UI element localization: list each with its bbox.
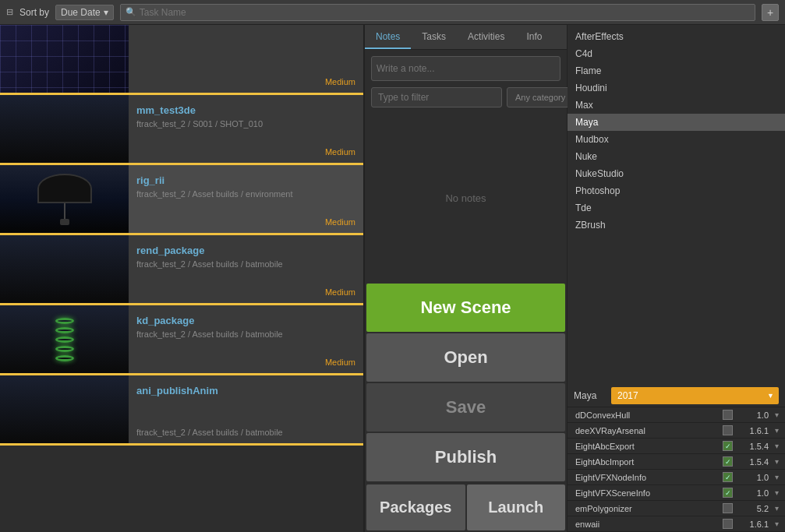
task-thumbnail [0, 25, 129, 93]
task-info: rend_package ftrack_test_2 / Asset build… [129, 235, 363, 303]
app-list: AfterEffects C4d Flame Houdini Max Maya … [568, 25, 785, 385]
thumbnail-spring [0, 305, 129, 373]
search-container: 🔍 [120, 4, 755, 21]
thumbnail-building [0, 375, 129, 443]
plugin-version-dropdown[interactable]: ▾ [775, 457, 779, 466]
app-item-aftereffects[interactable]: AfterEffects [568, 28, 785, 45]
plugin-row-ddconvexhull: dDConvexHull 1.0 ▾ [568, 407, 785, 423]
app-item-maya[interactable]: Maya [568, 114, 785, 131]
tab-info[interactable]: Info [515, 25, 553, 49]
list-item[interactable]: rend_package ftrack_test_2 / Asset build… [0, 235, 363, 305]
list-item[interactable]: mm_test3de ftrack_test_2 / S001 / SHOT_0… [0, 95, 363, 165]
plugin-name: EightVFXNodeInfo [575, 473, 718, 482]
plugin-version: 1.0 [737, 473, 769, 482]
list-item[interactable]: kd_package ftrack_test_2 / Asset builds … [0, 305, 363, 375]
plugin-version-dropdown[interactable]: ▾ [775, 426, 779, 435]
plugin-version-dropdown[interactable]: ▾ [775, 442, 779, 450]
thumbnail-car [0, 235, 129, 303]
task-thumbnail [0, 95, 129, 163]
plugin-name: emPolygonizer [575, 504, 718, 513]
packages-button[interactable]: Packages [366, 484, 465, 530]
task-info: kd_package ftrack_test_2 / Asset builds … [129, 305, 363, 373]
search-icon: 🔍 [126, 7, 136, 17]
task-name: mm_test3de [136, 104, 355, 116]
task-thumbnail [0, 165, 129, 233]
filter-input[interactable] [371, 87, 502, 107]
task-status: Medium [325, 358, 355, 367]
plugin-row-empolygonizer: emPolygonizer 5.2 ▾ [568, 501, 785, 516]
task-thumbnail [0, 375, 129, 443]
app-item-nuke[interactable]: Nuke [568, 148, 785, 165]
filter-bar: Any category [371, 87, 560, 107]
plugin-version-dropdown[interactable]: ▾ [775, 520, 779, 528]
plugin-checkbox[interactable] [723, 425, 733, 435]
plugin-checkbox[interactable]: ✓ [723, 472, 733, 482]
task-path: ftrack_test_2 / Asset builds / batmobile [136, 259, 355, 269]
task-thumbnail [0, 305, 129, 373]
task-name: rend_package [136, 245, 355, 256]
search-input[interactable] [140, 7, 750, 18]
task-status: Medium [325, 77, 355, 86]
app-item-tde[interactable]: Tde [568, 199, 785, 217]
plugin-checkbox[interactable]: ✓ [723, 456, 733, 467]
plugin-version-dropdown[interactable]: ▾ [775, 473, 779, 481]
list-item[interactable]: rig_rii ftrack_test_2 / Asset builds / e… [0, 165, 363, 235]
top-bar: ⊟ Sort by Due Date ▾ 🔍 + [0, 0, 785, 25]
plugin-version: 1.5.4 [737, 442, 769, 451]
task-status: Medium [325, 147, 355, 157]
save-button[interactable]: Save [366, 383, 565, 432]
plugin-row-eightabcimport: EightAbcImport ✓ 1.5.4 ▾ [568, 454, 785, 470]
open-button[interactable]: Open [366, 333, 565, 382]
plugin-row-eightvfxsceneinfo: EightVFXSceneInfo ✓ 1.0 ▾ [568, 485, 785, 501]
app-item-zbrush[interactable]: ZBrush [568, 217, 785, 234]
task-thumbnail [0, 235, 129, 303]
action-buttons: New Scene Open Save Publish [365, 282, 567, 483]
app-item-photoshop[interactable]: Photoshop [568, 182, 785, 199]
list-item[interactable]: ani_publishAnim ftrack_test_2 / Asset bu… [0, 375, 363, 446]
plugin-checkbox[interactable]: ✓ [723, 488, 733, 498]
note-input[interactable] [371, 56, 560, 81]
tab-notes[interactable]: Notes [365, 25, 411, 49]
task-path: ftrack_test_2 / Asset builds / batmobile [136, 329, 355, 339]
publish-button[interactable]: Publish [366, 433, 565, 481]
tab-tasks[interactable]: Tasks [411, 25, 457, 49]
add-task-button[interactable]: + [762, 4, 779, 21]
tab-activities[interactable]: Activities [457, 25, 515, 49]
plugin-version: 5.2 [737, 504, 769, 513]
plugin-name: deeXVRayArsenal [575, 426, 718, 435]
thumbnail-parachute [0, 165, 129, 233]
launch-button[interactable]: Launch [467, 484, 566, 530]
app-item-houdini[interactable]: Houdini [568, 79, 785, 97]
thumbnail-grid [0, 25, 129, 93]
app-item-mudbox[interactable]: Mudbox [568, 131, 785, 148]
plugin-checkbox[interactable] [723, 410, 733, 420]
app-item-flame[interactable]: Flame [568, 62, 785, 79]
plugin-version-dropdown[interactable]: ▾ [775, 504, 779, 513]
version-select[interactable]: 2017 2018 2019 [611, 387, 779, 404]
plugin-checkbox[interactable] [723, 503, 733, 513]
list-item[interactable]: Medium [0, 25, 363, 95]
task-name: kd_package [136, 315, 355, 326]
plugin-row-enwaii: enwaii 1.6.1 ▾ [568, 516, 785, 532]
thumbnail-dark [0, 95, 129, 163]
task-info: Medium [129, 25, 363, 93]
plugin-name: EightVFXSceneInfo [575, 488, 718, 498]
chevron-down-icon: ▾ [104, 7, 108, 18]
task-list: Medium mm_test3de ftrack_test_2 / S001 /… [0, 25, 365, 532]
plugin-checkbox[interactable]: ✓ [723, 441, 733, 451]
app-item-max[interactable]: Max [568, 97, 785, 114]
plugin-name: EightAbcExport [575, 442, 718, 451]
app-item-nukestudio[interactable]: NukeStudio [568, 165, 785, 182]
plugin-version: 1.0 [737, 488, 769, 498]
plugin-version-dropdown[interactable]: ▾ [775, 410, 779, 419]
bottom-actions: Packages Launch [365, 483, 567, 532]
app-item-c4d[interactable]: C4d [568, 45, 785, 62]
sort-dropdown[interactable]: Due Date ▾ [55, 5, 114, 20]
task-info: rig_rii ftrack_test_2 / Asset builds / e… [129, 165, 363, 233]
new-scene-button[interactable]: New Scene [366, 284, 565, 332]
plugin-checkbox[interactable] [723, 519, 733, 529]
selected-app-label: Maya [574, 390, 605, 401]
plugin-version-dropdown[interactable]: ▾ [775, 488, 779, 497]
sort-by-label: Sort by [19, 7, 49, 18]
task-path: ftrack_test_2 / Asset builds / environme… [136, 189, 355, 199]
